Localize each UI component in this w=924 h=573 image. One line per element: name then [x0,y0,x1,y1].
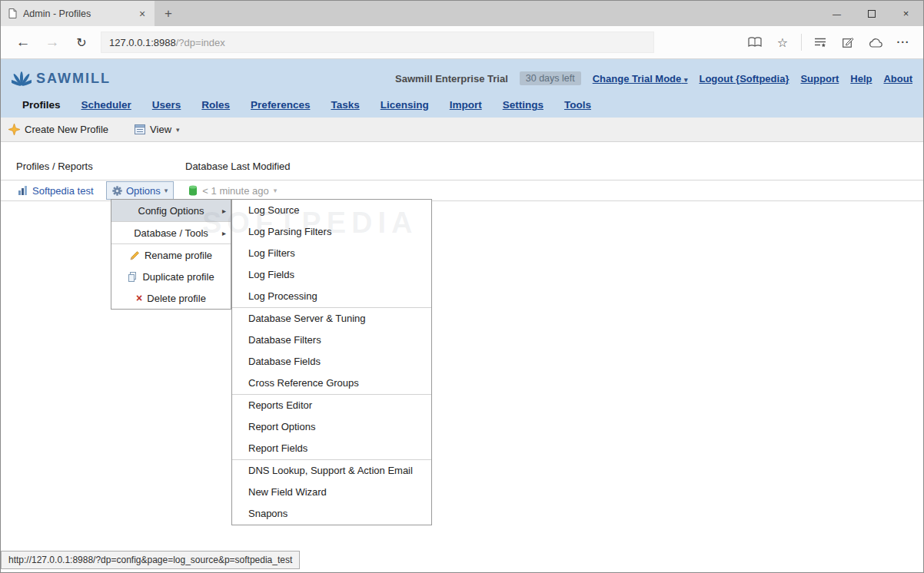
menu-item-label: Database / Tools [134,227,208,239]
maximize-icon [868,10,876,18]
new-tab-button[interactable]: + [155,1,182,26]
favorites-star-button[interactable]: ☆ [770,30,795,55]
nav-item-preferences[interactable]: Preferences [251,99,310,111]
logo-text: SAWMILL [36,71,111,87]
more-button[interactable]: ··· [891,30,916,55]
submenu-item-log-parsing-filters[interactable]: Log Parsing Filters [232,221,431,243]
chevron-down-icon: ▾ [176,126,180,134]
copy-icon [128,272,138,282]
menu-item-config-options[interactable]: Config Options ▸ [111,200,231,221]
menu-item-delete-profile[interactable]: × Delete profile [111,287,231,309]
submenu-item-cross-reference-groups[interactable]: Cross Reference Groups [232,373,431,394]
submenu-item-database-server-tuning[interactable]: Database Server & Tuning [232,308,431,330]
nav-item-import[interactable]: Import [450,99,482,111]
submenu-item-new-field-wizard[interactable]: New Field Wizard [232,482,431,503]
gear-icon [112,186,122,196]
view-list-icon [135,124,145,134]
cloud-icon [869,38,882,48]
nav-item-settings[interactable]: Settings [503,99,543,111]
hub-button[interactable] [808,30,833,55]
chevron-down-icon: ▾ [165,187,168,194]
database-last-modified-cell[interactable]: < 1 minute ago ▾ [188,185,277,197]
menu-item-database-tools[interactable]: Database / Tools ▸ [111,222,231,243]
menu-item-label: Duplicate profile [142,271,214,283]
sawmill-logo: SAWMILL [12,70,111,87]
submenu-item-snapons[interactable]: Snapons [232,503,431,525]
address-bar[interactable]: 127.0.0.1:8988/?dp=index [101,31,654,53]
forward-button: → [38,28,67,56]
nav-item-profiles[interactable]: Profiles [22,99,61,111]
maximize-button[interactable] [854,1,889,26]
submenu-item-log-processing[interactable]: Log Processing [232,286,431,307]
browser-tab[interactable]: Admin - Profiles × [1,1,155,26]
bar-chart-icon [18,186,28,195]
profile-row: Softpedia test Options ▾ [1,180,923,201]
share-button[interactable] [863,30,888,55]
menu-item-duplicate-profile[interactable]: Duplicate profile [111,266,231,287]
pencil-icon [130,250,140,260]
nav-item-licensing[interactable]: Licensing [381,99,429,111]
minimize-button[interactable]: — [819,1,854,26]
url-host: 127.0.0.1:8988 [109,37,176,48]
options-dropdown-button[interactable]: Options ▾ [106,181,174,200]
options-label: Options [126,185,161,197]
caret-right-icon: ▸ [222,229,226,237]
menu-item-rename-profile[interactable]: Rename profile [111,244,231,266]
site-header: SAWMILL Sawmill Enterprise Trial 30 days… [1,59,923,118]
new-star-icon [8,124,20,135]
view-label: View [150,124,171,135]
nav-item-roles[interactable]: Roles [201,99,230,111]
back-button[interactable]: ← [8,28,38,56]
submenu-item-log-source[interactable]: Log Source [232,200,431,221]
reading-view-button[interactable] [743,30,767,55]
browser-window: Admin - Profiles × + — × ← → ↻ 127.0.0.1… [0,0,924,573]
submenu-item-report-fields[interactable]: Report Fields [232,438,431,459]
column-header-profiles: Profiles / Reports [16,161,93,172]
help-link[interactable]: Help [850,73,872,84]
caret-right-icon: ▸ [222,207,226,215]
palm-fan-icon [12,70,32,87]
nav-item-scheduler[interactable]: Scheduler [81,99,131,111]
web-note-button[interactable] [836,30,860,55]
submenu-item-database-filters[interactable]: Database Filters [232,330,431,351]
profile-name-cell: Softpedia test [1,185,106,197]
nav-item-tasks[interactable]: Tasks [331,99,359,111]
database-icon [188,185,198,196]
url-path: /?dp=index [176,37,225,48]
change-trial-mode-label: Change Trial Mode [593,73,682,84]
main-nav: Profiles Scheduler Users Roles Preferenc… [12,94,912,111]
submenu-item-report-options[interactable]: Report Options [232,416,431,438]
change-trial-mode-link[interactable]: Change Trial Mode ▾ [593,73,688,84]
view-button[interactable]: View ▾ [135,124,179,135]
submenu-item-log-filters[interactable]: Log Filters [232,243,431,264]
tab-close-icon[interactable]: × [136,8,148,20]
submenu-item-reports-editor[interactable]: Reports Editor [232,395,431,416]
last-modified-label: < 1 minute ago [202,185,268,197]
about-link[interactable]: About [883,73,912,84]
submenu-item-dns-lookup-support-action-email[interactable]: DNS Lookup, Support & Action Email [232,460,431,482]
refresh-button[interactable]: ↻ [67,28,96,56]
nav-item-users[interactable]: Users [152,99,181,111]
create-new-profile-label: Create New Profile [25,124,108,135]
header-links: Sawmill Enterprise Trial 30 days left Ch… [395,71,912,85]
toolbar-divider [801,34,802,51]
menu-item-label: Rename profile [145,250,212,261]
page-icon [8,8,17,18]
chevron-down-icon: ▾ [274,187,278,194]
logout-link[interactable]: Logout {Softpedia} [699,73,789,84]
window-controls: — × [819,1,923,26]
nav-item-tools[interactable]: Tools [564,99,591,111]
create-new-profile-button[interactable]: Create New Profile [8,124,108,135]
support-link[interactable]: Support [800,73,839,84]
header-top-row: SAWMILL Sawmill Enterprise Trial 30 days… [12,63,912,94]
submenu-item-database-fields[interactable]: Database Fields [232,351,431,373]
status-bar: http://127.0.0.1:8988/?dp=config&page=lo… [1,551,300,569]
close-button[interactable]: × [889,1,923,26]
profile-link[interactable]: Softpedia test [32,185,94,197]
delete-x-icon: × [136,293,142,303]
chevron-down-icon: ▾ [684,76,688,84]
hub-icon [814,37,826,48]
trial-label: Sawmill Enterprise Trial [395,73,508,84]
submenu-item-log-fields[interactable]: Log Fields [232,264,431,286]
menu-item-label: Delete profile [147,293,206,304]
